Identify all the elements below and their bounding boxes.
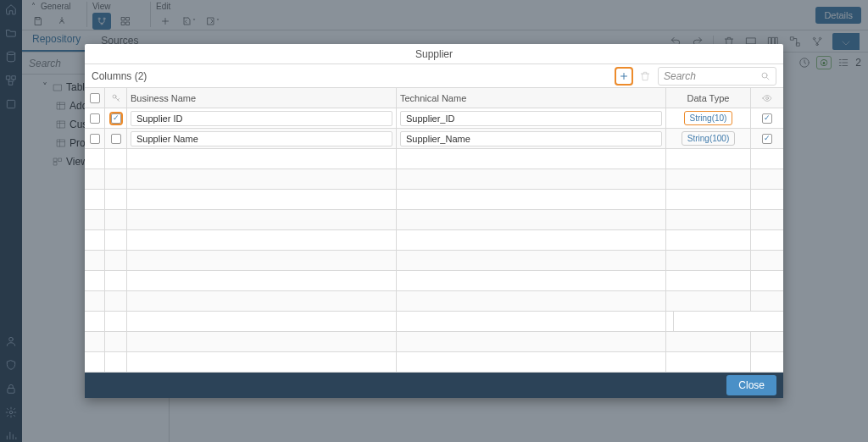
visibility-checkbox[interactable] [762,113,772,124]
add-column-button[interactable] [615,68,632,85]
grid-header: Business Name Technical Name Data Type [85,88,783,108]
dialog-toolbar: Columns (2) Search [85,64,783,88]
technical-name-input[interactable]: Supplier_Name [400,131,662,146]
grid-row-empty [85,230,783,251]
modal-overlay: Supplier Columns (2) Search Business Nam… [0,0,868,442]
key-checkbox[interactable] [111,134,121,144]
grid-row-empty [85,271,783,291]
key-checkbox[interactable] [111,113,121,124]
key-header [105,88,127,108]
grid-row-empty [85,332,783,352]
technical-name-header[interactable]: Technical Name [397,88,666,108]
datatype-link[interactable]: String(100) [682,131,735,146]
grid-row-empty [85,312,783,332]
grid-row-empty [85,291,783,312]
search-icon [760,71,771,81]
grid-row-empty [85,352,783,373]
grid-row: Supplier Name Supplier_Name String(100) [85,129,783,149]
delete-column-button[interactable] [637,69,653,84]
row-select-checkbox[interactable] [90,113,100,124]
grid-row: Supplier ID Supplier_ID String(10) [85,108,783,129]
visibility-checkbox[interactable] [762,134,772,144]
columns-grid: Business Name Technical Name Data Type S… [85,88,783,373]
grid-row-empty [85,149,783,169]
datatype-header[interactable]: Data Type [666,88,751,108]
svg-point-34 [762,73,767,78]
row-select-checkbox[interactable] [90,134,100,144]
grid-row-empty [85,210,783,230]
visibility-header [751,88,783,108]
svg-point-36 [766,97,769,99]
business-name-input[interactable]: Supplier ID [131,111,392,126]
business-name-header[interactable]: Business Name [127,88,397,108]
columns-count-label: Columns (2) [92,70,147,82]
datatype-link[interactable]: String(10) [684,111,733,125]
grid-row-empty [85,169,783,190]
select-all-checkbox[interactable] [90,93,100,103]
placeholder: Search [664,70,760,82]
dialog-title: Supplier [85,44,783,64]
business-name-input[interactable]: Supplier Name [131,131,392,146]
grid-row-empty [85,251,783,271]
technical-name-input[interactable]: Supplier_ID [400,111,662,126]
dialog-footer: Close [85,373,783,398]
close-button[interactable]: Close [726,375,776,395]
dialog-search[interactable]: Search [658,67,776,86]
grid-row-empty [85,190,783,210]
columns-dialog: Supplier Columns (2) Search Business Nam… [85,44,783,398]
